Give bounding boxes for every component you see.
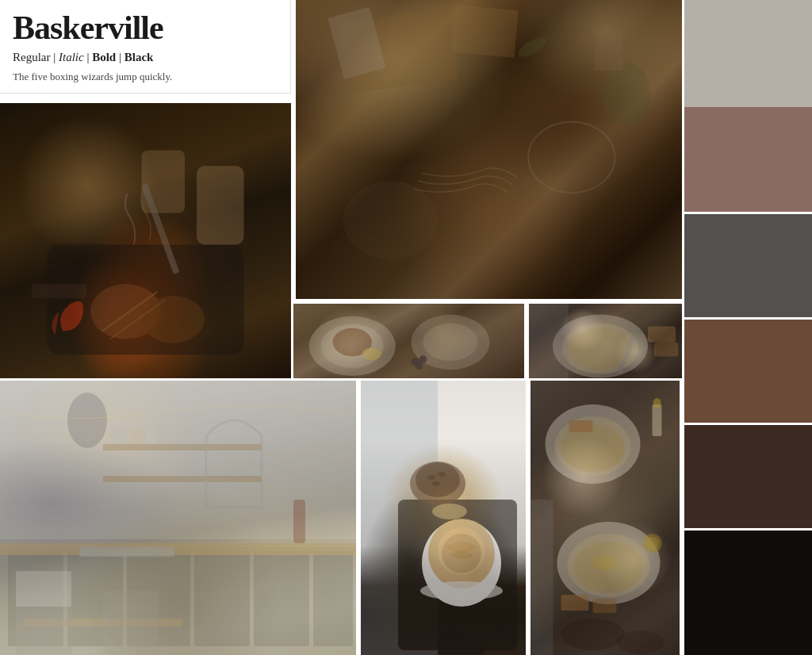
svg-rect-45 [103,444,262,450]
cooking-pan-image [0,103,293,381]
svg-point-84 [646,537,659,550]
soup-bottom-image [530,381,682,655]
svg-point-5 [603,63,651,126]
separator-1: | [53,51,59,63]
svg-rect-46 [103,476,262,482]
swatch-light-gray [684,0,812,107]
svg-rect-44 [79,547,174,557]
svg-point-67 [438,472,446,477]
food-spread-image [293,0,682,301]
svg-rect-49 [147,428,156,444]
svg-rect-42 [313,551,353,646]
svg-rect-41 [254,551,309,646]
svg-point-76 [653,398,661,408]
style-bold: Bold [92,51,116,63]
svg-rect-75 [653,404,662,436]
svg-rect-47 [111,427,127,444]
svg-point-7 [515,33,549,60]
svg-rect-40 [194,551,250,646]
swatch-near-black [684,531,812,655]
svg-rect-63 [438,634,485,655]
svg-rect-48 [131,430,143,444]
svg-rect-9 [32,284,86,298]
svg-point-65 [416,462,460,497]
svg-point-62 [420,581,503,600]
svg-rect-55 [293,500,305,543]
style-italic: Italic [59,51,84,63]
font-title: Baskerville [13,10,278,46]
svg-rect-31 [648,327,676,343]
svg-point-85 [561,619,625,650]
style-regular: Regular [13,51,50,63]
svg-rect-74 [569,420,593,432]
svg-point-80 [593,555,617,571]
plate-image [293,304,527,381]
separator-3: | [119,51,124,63]
svg-point-66 [427,475,435,480]
svg-rect-14 [197,166,244,244]
svg-point-50 [67,393,107,448]
svg-point-4 [343,181,438,259]
svg-rect-26 [293,304,524,378]
svg-point-69 [432,504,467,519]
svg-rect-54 [16,571,71,607]
svg-point-11 [142,296,205,343]
swatch-dusty-mauve [684,107,812,212]
svg-rect-1 [451,5,518,57]
svg-rect-82 [593,599,617,613]
font-styles-row: Regular | Italic | Bold | Black [13,49,278,66]
svg-rect-0 [339,8,458,94]
color-palette [682,0,812,655]
font-sample: The five boxing wizards jump quickly. [13,71,278,83]
svg-point-3 [528,122,615,193]
svg-point-68 [432,481,440,486]
svg-rect-87 [530,500,553,655]
svg-rect-81 [561,595,589,611]
coffee-image [358,381,528,655]
svg-rect-33 [529,304,569,378]
svg-rect-2 [327,7,385,79]
svg-rect-43 [0,543,356,555]
soup-top-image [529,304,682,381]
swatch-warm-brown [684,320,812,423]
moodboard-layout: Baskerville Regular | Italic | Bold | Bl… [0,0,812,655]
svg-rect-53 [103,591,159,654]
svg-rect-32 [654,343,678,357]
style-black: Black [124,51,154,63]
svg-rect-6 [596,31,623,71]
typography-card: Baskerville Regular | Italic | Bold | Bl… [0,0,293,103]
swatch-dark-gray [684,214,812,317]
svg-point-61 [442,534,481,573]
kitchen-image [0,381,356,655]
svg-point-86 [617,630,665,654]
swatch-dark-brown [684,425,812,528]
